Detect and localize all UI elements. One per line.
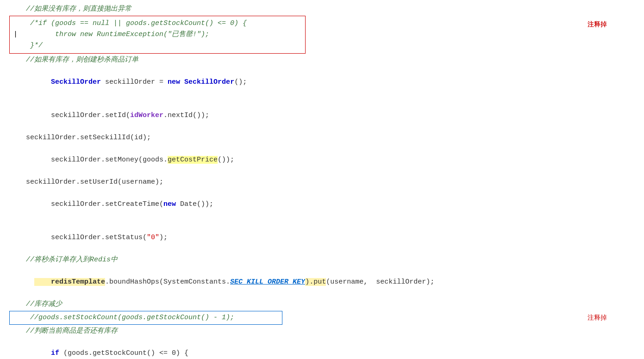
code-text: //goods.setStockCount(goods.getStockCoun…: [13, 312, 234, 323]
code-line: seckillOrder.setId(idWorker.nextId());: [9, 99, 635, 132]
code-editor: //如果没有库存，则直接抛出异常 /*if (goods == null || …: [0, 4, 644, 359]
code-line: //如果有库存，则创建秒杀商品订单: [9, 55, 635, 66]
code-line: //goods.setStockCount(goods.getStockCoun…: [13, 312, 278, 323]
code-line: //判断当前商品是否还有库存: [9, 326, 635, 337]
code-line: seckillOrder.setUserId(username);: [9, 177, 635, 188]
code-text: //将秒杀订单存入到Redis中: [9, 254, 635, 266]
code-text: //如果有库存，则创建秒杀商品订单: [9, 55, 635, 66]
code-text: SeckillOrder seckillOrder = new SeckillO…: [9, 66, 635, 99]
code-text: //如果没有库存，则直接抛出异常: [9, 4, 635, 15]
code-text: seckillOrder.setCreateTime(new Date());: [9, 188, 635, 221]
code-text: seckillOrder.setId(idWorker.nextId());: [9, 99, 635, 132]
code-line: //如果没有库存，则直接抛出异常: [9, 4, 635, 15]
code-text: seckillOrder.setMoney(goods.getCostPrice…: [9, 143, 635, 177]
code-text: seckillOrder.setSeckillId(id);: [9, 132, 635, 143]
code-line: SeckillOrder seckillOrder = new SeckillO…: [9, 66, 635, 99]
code-line: //库存减少: [9, 299, 635, 310]
code-text: if (goods.getStockCount() <= 0) {: [9, 337, 635, 359]
code-text: throw new RuntimeException("已售罄!");: [22, 29, 209, 40]
code-line: | throw new RuntimeException("已售罄!");: [13, 29, 301, 40]
annotation-text-2: 注释掉: [588, 313, 607, 323]
code-line: seckillOrder.setSeckillId(id);: [9, 132, 635, 143]
code-line: if (goods.getStockCount() <= 0) {: [9, 337, 635, 359]
code-line: seckillOrder.setCreateTime(new Date());: [9, 188, 635, 221]
code-text: //库存减少: [9, 299, 635, 310]
code-text: seckillOrder.setUserId(username);: [9, 177, 635, 188]
commented-line-block: //goods.setStockCount(goods.getStockCoun…: [9, 311, 635, 325]
code-line: //将秒杀订单存入到Redis中: [9, 254, 635, 266]
code-text: redisTemplate.boundHashOps(SystemConstan…: [9, 266, 635, 299]
code-line: }*/: [13, 40, 301, 51]
code-line: seckillOrder.setStatus("0");: [9, 221, 635, 254]
commented-block-1: /*if (goods == null || goods.getStockCou…: [9, 16, 635, 54]
code-text: }*/: [13, 40, 43, 51]
code-text: seckillOrder.setStatus("0");: [9, 221, 635, 254]
code-line: seckillOrder.setMoney(goods.getCostPrice…: [9, 143, 635, 177]
code-text: //判断当前商品是否还有库存: [9, 326, 635, 337]
code-text: /*if (goods == null || goods.getStockCou…: [13, 18, 247, 29]
cursor-indicator: |: [13, 29, 22, 40]
code-line: redisTemplate.boundHashOps(SystemConstan…: [9, 266, 635, 299]
annotation-text-1: 注释掉: [588, 19, 607, 30]
code-line: /*if (goods == null || goods.getStockCou…: [13, 18, 301, 29]
